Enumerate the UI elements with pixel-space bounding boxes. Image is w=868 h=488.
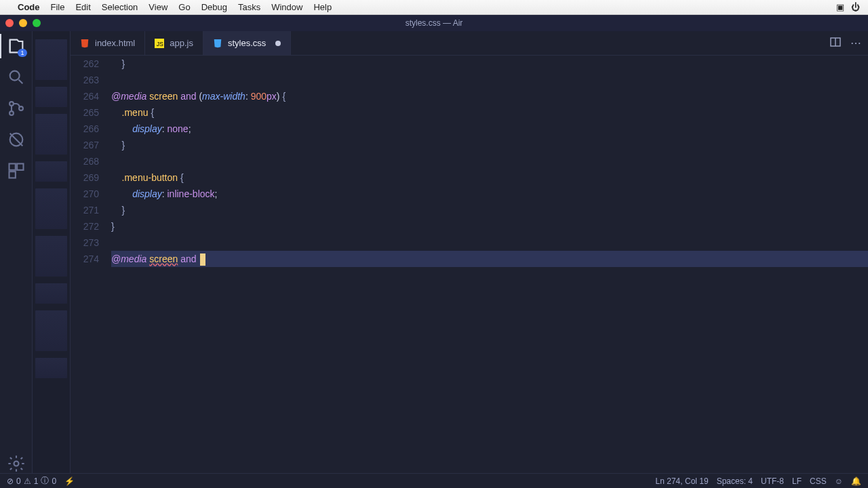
menubar-app-name[interactable]: Code: [18, 2, 40, 12]
status-sync[interactable]: ⚡: [64, 476, 75, 486]
tab-app-js[interactable]: JS app.js: [145, 31, 203, 55]
svg-point-0: [9, 71, 19, 81]
tab-label: index.html: [95, 38, 135, 48]
warning-icon: ⚠: [24, 476, 31, 486]
split-editor-icon[interactable]: [830, 37, 841, 50]
menu-edit[interactable]: Edit: [75, 2, 90, 12]
status-encoding[interactable]: UTF-8: [761, 476, 784, 486]
activity-extensions[interactable]: [7, 161, 26, 180]
maximize-window-button[interactable]: [33, 19, 41, 27]
error-icon: ⊘: [7, 476, 14, 486]
workbench: 1: [0, 31, 868, 473]
menu-file[interactable]: File: [51, 2, 65, 12]
close-window-button[interactable]: [5, 19, 14, 27]
svg-point-2: [9, 111, 14, 115]
menu-selection[interactable]: Selection: [102, 2, 138, 12]
css-file-icon: [213, 39, 222, 48]
activity-settings[interactable]: [7, 454, 26, 473]
svg-rect-6: [17, 164, 23, 170]
status-notifications-icon[interactable]: 🔔: [851, 476, 861, 486]
tab-bar: index.html JS app.js styles.css ⋯: [71, 31, 868, 56]
titlebar: styles.css — Air: [0, 15, 868, 31]
js-file-icon: JS: [155, 39, 164, 48]
minimap[interactable]: [33, 31, 71, 473]
activity-bar: 1: [0, 31, 33, 473]
menu-debug[interactable]: Debug: [201, 2, 227, 12]
tab-styles-css[interactable]: styles.css: [203, 31, 291, 55]
menu-go[interactable]: Go: [178, 2, 190, 12]
code-content[interactable]: }@media screen and (max-width: 900px) { …: [111, 56, 868, 473]
status-feedback-icon[interactable]: ☺: [835, 476, 843, 486]
explorer-badge: 1: [18, 49, 26, 57]
status-problems[interactable]: ⊘0 ⚠1 ⓘ0: [7, 475, 56, 487]
macos-menubar: Code File Edit Selection View Go Debug T…: [0, 0, 868, 15]
editor-group: index.html JS app.js styles.css ⋯: [71, 31, 868, 473]
menu-window[interactable]: Window: [271, 2, 302, 12]
window-title: styles.css — Air: [406, 18, 463, 28]
menu-tasks[interactable]: Tasks: [238, 2, 260, 12]
minimize-window-button[interactable]: [19, 19, 27, 27]
menu-view[interactable]: View: [149, 2, 167, 12]
activity-explorer[interactable]: 1: [7, 37, 26, 56]
activity-source-control[interactable]: [7, 99, 26, 118]
info-icon: ⓘ: [41, 475, 49, 487]
html-file-icon: [80, 39, 90, 48]
screen-record-icon[interactable]: ▣: [836, 2, 844, 12]
code-editor[interactable]: 262263264265266267268269270271272273274 …: [71, 56, 868, 473]
more-actions-icon[interactable]: ⋯: [850, 37, 861, 49]
line-number-gutter: 262263264265266267268269270271272273274: [71, 56, 111, 473]
svg-rect-5: [9, 164, 15, 170]
status-cursor-position[interactable]: Ln 274, Col 19: [656, 476, 709, 486]
svg-text:JS: JS: [157, 41, 163, 47]
svg-point-1: [9, 102, 14, 106]
vscode-window: styles.css — Air 1: [0, 15, 868, 488]
tab-index-html[interactable]: index.html: [71, 31, 145, 55]
status-language[interactable]: CSS: [810, 476, 827, 486]
status-bar: ⊘0 ⚠1 ⓘ0 ⚡ Ln 274, Col 19 Spaces: 4 UTF-…: [0, 473, 868, 488]
menu-help[interactable]: Help: [313, 2, 332, 12]
svg-rect-7: [9, 171, 15, 178]
window-controls: [5, 19, 41, 27]
tab-label: app.js: [170, 38, 193, 48]
dirty-indicator-icon: [275, 41, 281, 46]
tab-label: styles.css: [228, 38, 266, 48]
svg-point-3: [19, 106, 23, 110]
status-indentation[interactable]: Spaces: 4: [717, 476, 753, 486]
activity-debug[interactable]: [7, 130, 26, 149]
svg-point-8: [14, 462, 18, 466]
status-eol[interactable]: LF: [792, 476, 802, 486]
power-icon[interactable]: ⏻: [851, 2, 860, 12]
activity-search[interactable]: [7, 68, 26, 87]
